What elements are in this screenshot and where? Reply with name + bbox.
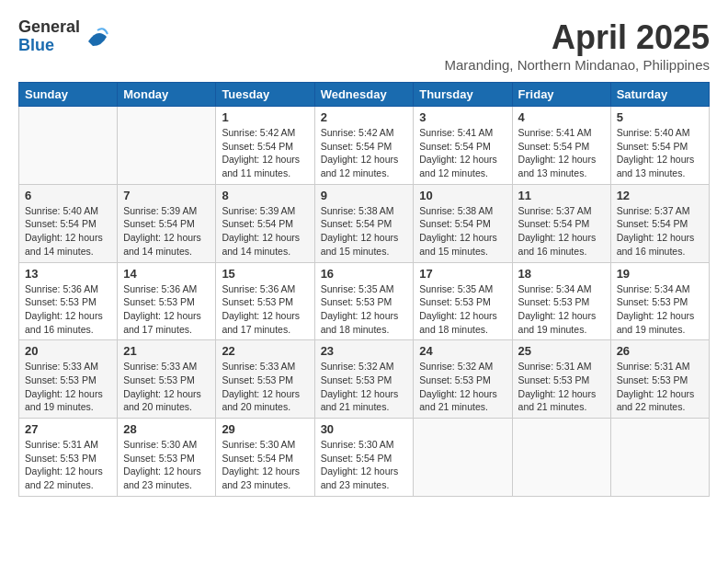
day-of-week-header: Thursday [414, 83, 512, 107]
day-number: 22 [222, 344, 308, 358]
day-number: 14 [123, 267, 210, 281]
day-info: Sunrise: 5:33 AM Sunset: 5:53 PM Dayligh… [222, 360, 308, 414]
day-info: Sunrise: 5:31 AM Sunset: 5:53 PM Dayligh… [518, 360, 605, 414]
day-info: Sunrise: 5:34 AM Sunset: 5:53 PM Dayligh… [518, 282, 605, 337]
day-number: 10 [419, 189, 506, 202]
day-of-week-header: Saturday [610, 83, 709, 107]
calendar-cell: 13Sunrise: 5:36 AM Sunset: 5:53 PM Dayli… [19, 262, 118, 340]
day-number: 23 [321, 344, 408, 358]
day-number: 19 [617, 267, 703, 281]
day-info: Sunrise: 5:33 AM Sunset: 5:53 PM Dayligh… [123, 360, 210, 414]
day-number: 30 [321, 422, 408, 436]
day-number: 17 [419, 267, 506, 281]
calendar-cell: 14Sunrise: 5:36 AM Sunset: 5:53 PM Dayli… [118, 262, 216, 340]
day-number: 9 [321, 189, 408, 202]
calendar-cell: 25Sunrise: 5:31 AM Sunset: 5:53 PM Dayli… [512, 340, 610, 419]
day-info: Sunrise: 5:40 AM Sunset: 5:54 PM Dayligh… [25, 204, 111, 259]
day-info: Sunrise: 5:32 AM Sunset: 5:53 PM Dayligh… [321, 360, 408, 414]
day-info: Sunrise: 5:36 AM Sunset: 5:53 PM Dayligh… [123, 282, 210, 337]
day-info: Sunrise: 5:35 AM Sunset: 5:53 PM Dayligh… [419, 282, 506, 337]
day-of-week-header: Sunday [19, 83, 118, 107]
day-info: Sunrise: 5:42 AM Sunset: 5:54 PM Dayligh… [321, 126, 408, 180]
day-number: 6 [25, 189, 111, 202]
day-of-week-header: Friday [512, 83, 610, 107]
day-of-week-header: Tuesday [216, 83, 314, 107]
calendar-cell: 30Sunrise: 5:30 AM Sunset: 5:54 PM Dayli… [314, 419, 414, 497]
calendar-cell: 16Sunrise: 5:35 AM Sunset: 5:53 PM Dayli… [314, 262, 414, 340]
calendar-cell: 29Sunrise: 5:30 AM Sunset: 5:54 PM Dayli… [216, 419, 314, 497]
day-number: 2 [321, 110, 408, 124]
day-number: 13 [25, 267, 111, 281]
day-info: Sunrise: 5:30 AM Sunset: 5:54 PM Dayligh… [321, 438, 408, 492]
calendar-table: SundayMondayTuesdayWednesdayThursdayFrid… [18, 82, 710, 497]
day-info: Sunrise: 5:37 AM Sunset: 5:54 PM Dayligh… [518, 204, 605, 259]
day-of-week-header: Monday [118, 83, 216, 107]
day-info: Sunrise: 5:35 AM Sunset: 5:53 PM Dayligh… [321, 282, 408, 337]
calendar-cell: 21Sunrise: 5:33 AM Sunset: 5:53 PM Dayli… [118, 340, 216, 419]
calendar-cell: 5Sunrise: 5:40 AM Sunset: 5:54 PM Daylig… [610, 107, 709, 185]
day-number: 21 [123, 344, 210, 358]
calendar-week-row: 27Sunrise: 5:31 AM Sunset: 5:53 PM Dayli… [19, 419, 710, 497]
calendar-cell: 20Sunrise: 5:33 AM Sunset: 5:53 PM Dayli… [19, 340, 118, 419]
day-number: 15 [222, 267, 308, 281]
logo-general-text: General [18, 18, 80, 37]
day-info: Sunrise: 5:32 AM Sunset: 5:53 PM Dayligh… [419, 360, 506, 414]
day-number: 4 [518, 110, 605, 124]
calendar-cell: 17Sunrise: 5:35 AM Sunset: 5:53 PM Dayli… [414, 262, 512, 340]
day-info: Sunrise: 5:36 AM Sunset: 5:53 PM Dayligh… [25, 282, 111, 337]
calendar-cell: 18Sunrise: 5:34 AM Sunset: 5:53 PM Dayli… [512, 262, 610, 340]
day-info: Sunrise: 5:31 AM Sunset: 5:53 PM Dayligh… [25, 438, 111, 492]
day-number: 29 [222, 422, 308, 436]
calendar-cell: 9Sunrise: 5:38 AM Sunset: 5:54 PM Daylig… [314, 184, 414, 262]
calendar-cell: 3Sunrise: 5:41 AM Sunset: 5:54 PM Daylig… [414, 107, 512, 185]
day-info: Sunrise: 5:41 AM Sunset: 5:54 PM Dayligh… [419, 126, 506, 180]
day-info: Sunrise: 5:38 AM Sunset: 5:54 PM Dayligh… [419, 204, 506, 259]
calendar-cell [19, 107, 118, 185]
day-number: 11 [518, 189, 605, 202]
day-info: Sunrise: 5:31 AM Sunset: 5:53 PM Dayligh… [617, 360, 703, 414]
calendar-cell: 11Sunrise: 5:37 AM Sunset: 5:54 PM Dayli… [512, 184, 610, 262]
logo-blue-text: Blue [18, 37, 80, 55]
day-number: 7 [123, 189, 210, 202]
calendar-cell: 15Sunrise: 5:36 AM Sunset: 5:53 PM Dayli… [216, 262, 314, 340]
day-info: Sunrise: 5:30 AM Sunset: 5:53 PM Dayligh… [123, 438, 210, 492]
day-number: 18 [518, 267, 605, 281]
calendar-cell: 1Sunrise: 5:42 AM Sunset: 5:54 PM Daylig… [216, 107, 314, 185]
day-number: 12 [617, 189, 703, 202]
day-number: 16 [321, 267, 408, 281]
calendar-cell: 19Sunrise: 5:34 AM Sunset: 5:53 PM Dayli… [610, 262, 709, 340]
calendar-cell: 12Sunrise: 5:37 AM Sunset: 5:54 PM Dayli… [610, 184, 709, 262]
day-number: 24 [419, 344, 506, 358]
month-title: April 2025 [444, 18, 710, 57]
day-number: 1 [222, 110, 308, 124]
day-info: Sunrise: 5:39 AM Sunset: 5:54 PM Dayligh… [222, 204, 308, 259]
day-number: 20 [25, 344, 111, 358]
calendar-cell [414, 419, 512, 497]
location-title: Maranding, Northern Mindanao, Philippine… [444, 57, 710, 73]
calendar-cell [512, 419, 610, 497]
calendar-cell: 23Sunrise: 5:32 AM Sunset: 5:53 PM Dayli… [314, 340, 414, 419]
logo: General Blue [18, 18, 111, 55]
calendar-cell: 22Sunrise: 5:33 AM Sunset: 5:53 PM Dayli… [216, 340, 314, 419]
day-info: Sunrise: 5:42 AM Sunset: 5:54 PM Dayligh… [222, 126, 308, 180]
calendar-cell: 8Sunrise: 5:39 AM Sunset: 5:54 PM Daylig… [216, 184, 314, 262]
calendar-week-row: 6Sunrise: 5:40 AM Sunset: 5:54 PM Daylig… [19, 184, 710, 262]
calendar-cell [610, 419, 709, 497]
day-number: 5 [617, 110, 703, 124]
calendar-cell: 6Sunrise: 5:40 AM Sunset: 5:54 PM Daylig… [19, 184, 118, 262]
calendar-week-row: 1Sunrise: 5:42 AM Sunset: 5:54 PM Daylig… [19, 107, 710, 185]
day-info: Sunrise: 5:33 AM Sunset: 5:53 PM Dayligh… [25, 360, 111, 414]
day-number: 8 [222, 189, 308, 202]
calendar-cell: 28Sunrise: 5:30 AM Sunset: 5:53 PM Dayli… [118, 419, 216, 497]
day-number: 27 [25, 422, 111, 436]
calendar-cell: 27Sunrise: 5:31 AM Sunset: 5:53 PM Dayli… [19, 419, 118, 497]
day-of-week-header: Wednesday [314, 83, 414, 107]
day-info: Sunrise: 5:36 AM Sunset: 5:53 PM Dayligh… [222, 282, 308, 337]
title-block: April 2025 Maranding, Northern Mindanao,… [444, 18, 710, 73]
calendar-cell: 2Sunrise: 5:42 AM Sunset: 5:54 PM Daylig… [314, 107, 414, 185]
day-info: Sunrise: 5:41 AM Sunset: 5:54 PM Dayligh… [518, 126, 605, 180]
page-header: General Blue April 2025 Maranding, North… [18, 18, 710, 73]
day-number: 28 [123, 422, 210, 436]
calendar-cell: 7Sunrise: 5:39 AM Sunset: 5:54 PM Daylig… [118, 184, 216, 262]
day-info: Sunrise: 5:30 AM Sunset: 5:54 PM Dayligh… [222, 438, 308, 492]
